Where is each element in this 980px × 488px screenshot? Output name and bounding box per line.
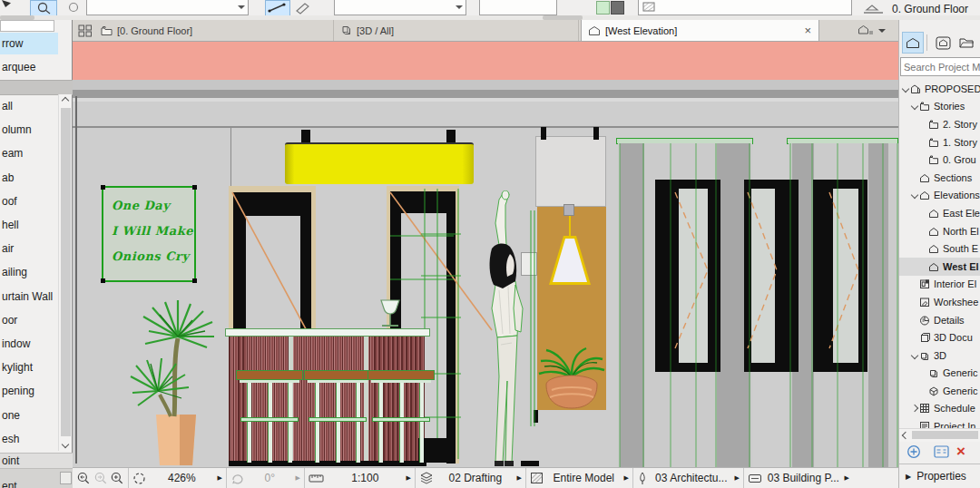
tree-item-workshee[interactable]: Workshee <box>899 293 980 311</box>
toolbox-scrollbar[interactable] <box>58 94 72 451</box>
zoom-next-icon[interactable] <box>93 471 108 485</box>
selection-handle[interactable] <box>101 278 105 283</box>
new-viewpoint-button[interactable] <box>905 443 923 461</box>
tree-item-generic[interactable]: Generic <box>899 382 980 400</box>
zoom-in-icon[interactable] <box>110 471 124 485</box>
tree-item-stories[interactable]: Stories <box>899 98 980 116</box>
tree-expander-down-icon[interactable] <box>911 351 918 358</box>
zoom-nav-buttons[interactable] <box>73 468 129 488</box>
orientation-control[interactable]: 0° ▶ <box>227 468 305 488</box>
model-filter-control[interactable]: Entire Model ▶ <box>526 468 633 488</box>
tree-expander-right-icon[interactable] <box>911 405 918 412</box>
zoom-previous-icon[interactable] <box>76 471 91 485</box>
tree-item-proposed[interactable]: PROPOSED <box>899 80 980 98</box>
human-figure[interactable] <box>475 190 541 467</box>
search-input[interactable] <box>900 57 980 76</box>
view-map-button[interactable] <box>932 32 954 54</box>
tree-item-east-ele[interactable]: East Ele <box>899 204 980 222</box>
toolbox-item-rrow[interactable]: rrow <box>0 33 58 54</box>
toolbar-mini-swatch-icon[interactable] <box>596 1 610 15</box>
toolbox-item-oor[interactable]: oor <box>0 308 58 332</box>
toolbox-item-eam[interactable]: eam <box>0 142 58 165</box>
layer-combination-control[interactable]: 02 Drafting ▶ <box>416 468 526 488</box>
tree-item-2-story[interactable]: 2. Story <box>899 115 980 133</box>
new-tab-dropdown-button[interactable] <box>858 23 896 39</box>
zoom-level-control[interactable]: 426% ▶ <box>129 468 227 488</box>
tree-item-1-story[interactable]: 1. Story <box>899 133 980 151</box>
selection-handle[interactable] <box>192 185 197 190</box>
tree-expander-down-icon[interactable] <box>911 191 918 199</box>
toolbox-item-oof[interactable]: oof <box>0 190 58 213</box>
toolbox-item-olumn[interactable]: olumn <box>0 118 58 142</box>
selection-handle[interactable] <box>192 278 197 283</box>
tree-item-south-e[interactable]: South E <box>899 239 980 258</box>
tab-west-elevation[interactable]: [West Elevation] × <box>581 20 819 41</box>
tree-item-3d-docu[interactable]: 3D Docu <box>899 328 980 346</box>
toolbar-mini-swatch-icon[interactable] <box>611 1 624 15</box>
bar-stool[interactable] <box>304 370 371 463</box>
tab-ground-floor[interactable]: [0. Ground Floor] <box>94 20 334 41</box>
toolbox-panel-oint[interactable]: oint <box>0 453 73 468</box>
toolbox-item-esh[interactable]: esh <box>0 427 58 451</box>
marker-set-control[interactable]: 03 Building P... ▶ <box>744 468 853 488</box>
layout-book-icon <box>958 36 975 49</box>
tool-label: kylight <box>2 361 33 374</box>
toolbox-item-one[interactable]: one <box>0 404 58 427</box>
pen-set-control[interactable]: 03 Architectu... ▶ <box>633 468 744 488</box>
scroll-down-icon[interactable] <box>62 441 69 448</box>
tree-item-project-in[interactable]: Project In <box>899 417 980 428</box>
toolbox-item-arquee[interactable]: arquee <box>0 56 58 78</box>
tree-item-interior-el[interactable]: Interior El <box>899 276 980 294</box>
tree-item-elevations[interactable]: Elevations <box>899 187 980 205</box>
toolbar-toggle-button[interactable] <box>30 0 57 16</box>
tree-item-north-el[interactable]: North El <box>899 222 980 240</box>
tab-overview-grid-icon[interactable] <box>78 24 93 37</box>
layout-book-button[interactable] <box>956 32 977 54</box>
toolbox-item-air[interactable]: air <box>0 237 58 260</box>
scroll-left-icon[interactable] <box>902 432 909 439</box>
tree-item-generic[interactable]: Generic <box>899 365 980 383</box>
scroll-up-icon[interactable] <box>62 97 69 104</box>
selection-handle[interactable] <box>101 185 105 190</box>
toolbar-button[interactable] <box>65 0 83 16</box>
tab-3d-all[interactable]: [3D / All] <box>334 20 579 41</box>
toolbar-button[interactable] <box>292 0 316 16</box>
toolbox-item-urtain-wall[interactable]: urtain Wall <box>0 285 58 308</box>
toolbox-item-ab[interactable]: ab <box>0 166 58 190</box>
toolbox-item-indow[interactable]: indow <box>0 332 58 356</box>
text-sign-selected[interactable]: One Day I Will Make Onions Cry <box>102 186 196 282</box>
viewpoint-settings-button[interactable] <box>932 443 950 461</box>
toolbox-item-hell[interactable]: hell <box>0 213 58 237</box>
toolbox-item-all[interactable]: all <box>0 94 58 118</box>
potted-yucca-plant[interactable] <box>125 300 225 467</box>
tree-item-sections[interactable]: Sections <box>899 169 980 187</box>
properties-panel-header[interactable]: ▶ Properties <box>899 464 980 488</box>
toolbox-item-ailing[interactable]: ailing <box>0 260 58 284</box>
toolbar-dropdown[interactable] <box>86 0 249 15</box>
scrollbar-thumb[interactable] <box>912 431 978 439</box>
bar-stool[interactable] <box>368 370 435 463</box>
tree-item-3d[interactable]: 3D <box>899 346 980 365</box>
scrollbar-thumb[interactable] <box>61 108 71 436</box>
toolbar-dropdown[interactable] <box>479 0 557 15</box>
tree-item-0-grou[interactable]: 0. Grou <box>899 151 980 169</box>
toolbox-item-kylight[interactable]: kylight <box>0 356 58 379</box>
tree-horizontal-scrollbar[interactable] <box>899 428 980 442</box>
current-story-label[interactable]: 0. Ground Floor <box>892 3 968 15</box>
project-map-button[interactable] <box>902 32 924 54</box>
wine-glass[interactable] <box>377 299 405 330</box>
toolbar-dropdown[interactable] <box>334 0 466 15</box>
tree-expander-down-icon[interactable] <box>902 85 909 93</box>
toolbox-item-pening[interactable]: pening <box>0 379 58 403</box>
elevation-drawing-canvas[interactable]: One Day I Will Make Onions Cry <box>73 42 898 467</box>
tree-expander-down-icon[interactable] <box>911 102 918 110</box>
tab-close-icon[interactable]: × <box>804 24 811 36</box>
delete-viewpoint-button[interactable]: × <box>952 443 970 461</box>
toolbar-line-toggle-button[interactable] <box>265 0 290 16</box>
tree-item-details[interactable]: Details <box>899 311 980 329</box>
tree-item-west-el[interactable]: West El <box>899 258 980 276</box>
scale-control[interactable]: 1:100 ▶ <box>305 468 416 488</box>
toolbar-fill-dropdown[interactable] <box>638 0 852 15</box>
bar-stool[interactable] <box>236 370 303 463</box>
tree-item-schedule[interactable]: Schedule <box>899 400 980 418</box>
